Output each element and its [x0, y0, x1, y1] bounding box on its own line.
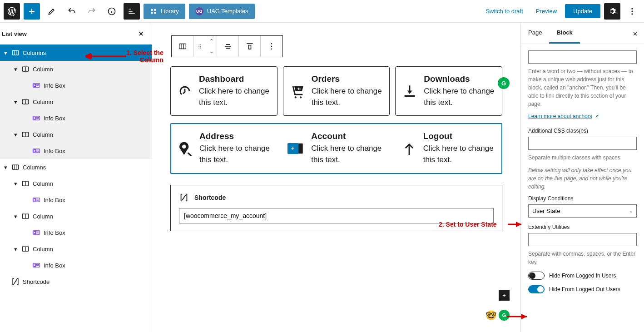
- css-help-text: Separate multiple classes with spaces.: [528, 154, 637, 162]
- infobox-logout[interactable]: LogoutClick here to change this text.: [395, 124, 501, 173]
- hide-logged-out-label: Hide From Logged Out Users: [549, 286, 620, 292]
- hide-logged-out-toggle[interactable]: [528, 285, 545, 293]
- settings-sidebar: Page Block ✕ Enter a word or two — witho…: [520, 23, 644, 332]
- list-item-infobox[interactable]: Info Box: [0, 110, 152, 126]
- svg-point-25: [198, 45, 199, 45]
- grammarly-icon: G: [498, 77, 510, 89]
- list-item-column[interactable]: ▾ Column: [0, 61, 152, 77]
- svg-point-1: [631, 8, 633, 9]
- list-item-columns[interactable]: ▾ Columns: [0, 159, 152, 175]
- tab-page[interactable]: Page: [521, 23, 549, 44]
- drag-handle[interactable]: [193, 36, 206, 57]
- display-conditions-label: Display Conditions: [528, 195, 637, 202]
- infobox-dashboard[interactable]: DashboardClick here to change this text.: [170, 66, 277, 116]
- move-up[interactable]: ⌃: [206, 36, 217, 46]
- corner-badges: 🤓G: [485, 310, 510, 321]
- svg-point-30: [200, 48, 201, 49]
- arrow-up-icon: [401, 131, 417, 165]
- list-item-infobox[interactable]: Info Box: [0, 257, 152, 273]
- list-item-column[interactable]: ▾ Column: [0, 208, 152, 224]
- infobox-address[interactable]: AddressClick here to change this text.: [171, 124, 277, 173]
- editor-canvas[interactable]: M ⌃⌄ G DashboardClick here to change thi…: [152, 23, 520, 332]
- list-item-columns[interactable]: ▾ Columns: [0, 45, 152, 61]
- svg-rect-20: [34, 232, 35, 234]
- list-item-column[interactable]: ▾ Column: [0, 126, 152, 143]
- svg-point-33: [271, 49, 272, 50]
- close-sidebar[interactable]: ✕: [629, 28, 640, 39]
- close-list-view[interactable]: ✕: [135, 28, 146, 39]
- edit-mode-button[interactable]: [44, 3, 60, 20]
- valign-button[interactable]: [239, 36, 261, 57]
- shortcode-block[interactable]: Shortcode: [170, 185, 502, 231]
- display-conditions-select[interactable]: User State: [528, 204, 637, 218]
- redo-button[interactable]: [84, 3, 100, 20]
- undo-button[interactable]: [64, 3, 80, 20]
- download-icon: [402, 74, 417, 108]
- svg-point-27: [198, 46, 199, 47]
- anchor-help-text: Enter a word or two — without spaces — t…: [528, 67, 637, 108]
- move-down[interactable]: ⌄: [206, 46, 217, 57]
- svg-rect-4: [12, 50, 18, 55]
- extendify-input[interactable]: [528, 233, 637, 246]
- svg-point-31: [271, 43, 272, 45]
- svg-point-28: [200, 46, 201, 47]
- infobox-account[interactable]: AccountClick here to change this text.: [283, 124, 389, 173]
- extendify-help-text: Separate with commas, spaces, or the Ent…: [528, 250, 637, 266]
- add-column-button[interactable]: +: [287, 143, 298, 154]
- svg-rect-14: [12, 165, 18, 169]
- align-button[interactable]: [217, 36, 239, 57]
- block-more-button[interactable]: [261, 36, 282, 57]
- anchor-learn-more-link[interactable]: Learn more about anchors: [528, 113, 599, 119]
- svg-rect-10: [34, 117, 35, 119]
- svg-point-32: [271, 46, 272, 47]
- block-type-button[interactable]: [172, 36, 193, 57]
- more-menu-button[interactable]: [624, 3, 640, 20]
- list-view-panel: List view ✕ ▾ Columns ▾ Column Info Box …: [0, 23, 152, 332]
- list-item-column[interactable]: ▾ Column: [0, 175, 152, 192]
- list-view-title: List view: [2, 30, 135, 37]
- cart-icon: [290, 74, 305, 108]
- svg-rect-23: [34, 264, 35, 267]
- live-note: Below setting will only take effect once…: [528, 166, 637, 191]
- infobox-orders[interactable]: OrdersClick here to change this text.: [283, 66, 390, 116]
- editor-topbar: Library UG UAG Templates Switch to draft…: [0, 0, 644, 23]
- svg-rect-24: [179, 44, 186, 49]
- svg-point-3: [631, 13, 633, 15]
- add-block-button[interactable]: [24, 3, 40, 20]
- shortcode-input[interactable]: [179, 208, 494, 223]
- infobox-downloads[interactable]: DownloadsClick here to change this text.: [395, 66, 502, 116]
- switch-to-draft-link[interactable]: Switch to draft: [481, 8, 527, 15]
- settings-toggle[interactable]: [604, 3, 620, 20]
- map-pin-icon: [178, 131, 193, 165]
- svg-point-29: [198, 48, 199, 49]
- selected-columns-row[interactable]: AddressClick here to change this text. A…: [170, 123, 502, 173]
- update-button[interactable]: Update: [565, 4, 600, 18]
- list-view-toggle[interactable]: [124, 3, 140, 20]
- tab-block[interactable]: Block: [549, 23, 580, 44]
- list-item-infobox[interactable]: Info Box: [0, 143, 152, 159]
- css-classes-input[interactable]: [528, 137, 637, 150]
- info-button[interactable]: [104, 3, 120, 20]
- list-item-column[interactable]: ▾ Column: [0, 94, 152, 110]
- uag-templates-button[interactable]: UG UAG Templates: [189, 4, 255, 19]
- svg-rect-13: [34, 150, 35, 152]
- svg-rect-17: [34, 199, 35, 201]
- svg-point-2: [631, 10, 633, 12]
- svg-rect-7: [34, 84, 35, 87]
- wp-logo[interactable]: [4, 3, 20, 20]
- anchor-input[interactable]: [528, 50, 637, 64]
- gauge-icon: [177, 74, 193, 108]
- list-item-column[interactable]: ▾ Column: [0, 241, 152, 257]
- add-block-inline[interactable]: +: [499, 290, 510, 301]
- svg-point-26: [200, 45, 201, 45]
- list-item-infobox[interactable]: Info Box: [0, 77, 152, 94]
- list-item-shortcode[interactable]: Shortcode: [0, 273, 152, 290]
- preview-link[interactable]: Preview: [531, 8, 561, 15]
- extendify-label: Extendify Utilities: [528, 224, 637, 230]
- hide-logged-in-toggle[interactable]: [528, 272, 545, 280]
- list-item-infobox[interactable]: Info Box: [0, 224, 152, 241]
- list-item-infobox[interactable]: Info Box: [0, 192, 152, 208]
- css-classes-label: Additional CSS class(es): [528, 128, 637, 134]
- block-toolbar: ⌃⌄: [171, 35, 283, 57]
- library-button[interactable]: Library: [144, 4, 185, 19]
